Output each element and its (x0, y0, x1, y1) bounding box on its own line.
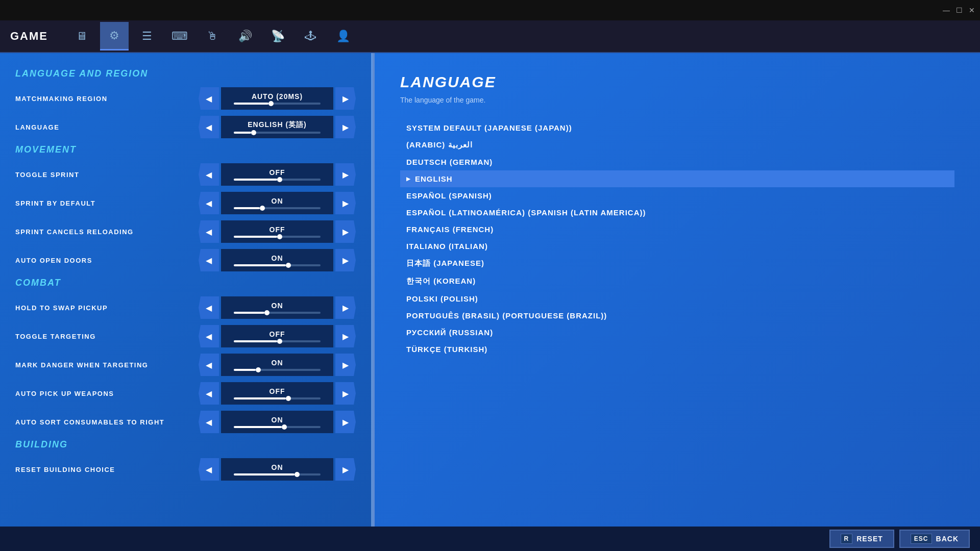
value-text-toggle-targeting: OFF (270, 330, 285, 338)
page-title: GAME (10, 30, 48, 43)
value-box-auto-pick-up-weapons: OFF (221, 382, 333, 405)
lang-item-english[interactable]: ENGLISH (400, 170, 954, 187)
lang-item-espanol[interactable]: ESPAÑOL (SPANISH) (400, 187, 954, 204)
value-text-auto-open-doors: ON (272, 254, 283, 262)
value-text-toggle-sprint: OFF (270, 168, 285, 177)
arrow-left-language[interactable]: ◀ (199, 116, 219, 138)
setting-control-auto-sort-consumables: ◀ON▶ (199, 411, 356, 433)
nav-menu[interactable]: ☰ (133, 22, 161, 51)
setting-control-mark-danger-when-targeting: ◀ON▶ (199, 354, 356, 376)
value-box-auto-open-doors: ON (221, 249, 333, 271)
arrow-left-toggle-targeting[interactable]: ◀ (199, 325, 219, 347)
arrow-right-reset-building-choice[interactable]: ▶ (335, 458, 356, 481)
arrow-left-sprint-cancels-reloading[interactable]: ◀ (199, 220, 219, 243)
setting-row-toggle-sprint: TOGGLE SPRINT◀OFF▶ (15, 162, 356, 187)
setting-control-language: ◀ENGLISH (英語)▶ (199, 116, 356, 138)
value-box-reset-building-choice: ON (221, 458, 333, 481)
value-box-auto-sort-consumables: ON (221, 411, 333, 433)
value-box-matchmaking-region: AUTO (20MS) (221, 87, 333, 110)
slider-auto-pick-up-weapons (234, 397, 321, 399)
language-panel-title: LANGUAGE (400, 73, 954, 91)
arrow-right-auto-pick-up-weapons[interactable]: ▶ (335, 382, 356, 405)
arrow-right-sprint-cancels-reloading[interactable]: ▶ (335, 220, 356, 243)
setting-row-hold-to-swap-pickup: HOLD TO SWAP PICKUP◀ON▶ (15, 295, 356, 320)
nav-profile[interactable]: 👤 (329, 22, 357, 51)
arrow-left-hold-to-swap-pickup[interactable]: ◀ (199, 296, 219, 319)
arrow-left-sprint-by-default[interactable]: ◀ (199, 192, 219, 214)
nav-gear[interactable]: ⚙ (100, 22, 129, 51)
lang-item-polski[interactable]: POLSKI (POLISH) (400, 290, 954, 307)
setting-label-sprint-cancels-reloading: SPRINT CANCELS RELOADING (15, 228, 199, 236)
reset-button[interactable]: R RESET (829, 530, 894, 548)
setting-row-sprint-by-default: SPRINT BY DEFAULT◀ON▶ (15, 191, 356, 215)
nav-network[interactable]: 📡 (263, 22, 292, 51)
setting-label-reset-building-choice: RESET BUILDING CHOICE (15, 466, 199, 473)
nav-monitor[interactable]: 🖥 (67, 22, 96, 51)
value-box-mark-danger-when-targeting: ON (221, 354, 333, 376)
value-text-matchmaking-region: AUTO (20MS) (252, 92, 303, 101)
value-box-toggle-sprint: OFF (221, 163, 333, 186)
value-box-sprint-by-default: ON (221, 192, 333, 214)
lang-item-francais[interactable]: FRANÇAIS (FRENCH) (400, 221, 954, 238)
lang-item-espanol-latam[interactable]: ESPAÑOL (LATINOAMÉRICA) (SPANISH (LATIN … (400, 204, 954, 221)
lang-item-turkish[interactable]: TÜRKÇE (TURKISH) (400, 341, 954, 358)
lang-item-deutsch[interactable]: DEUTSCH (GERMAN) (400, 154, 954, 170)
close-button[interactable]: ✕ (969, 6, 975, 14)
lang-item-korean[interactable]: 한국어 (KOREAN) (400, 272, 954, 290)
lang-item-portugues[interactable]: PORTUGUÊS (BRASIL) (PORTUGUESE (BRAZIL)) (400, 307, 954, 324)
arrow-left-auto-open-doors[interactable]: ◀ (199, 249, 219, 271)
slider-language (234, 132, 321, 134)
section-title-movement: MOVEMENT (15, 144, 356, 155)
nav-mouse[interactable]: 🖱 (198, 22, 227, 51)
arrow-left-mark-danger-when-targeting[interactable]: ◀ (199, 354, 219, 376)
arrow-right-auto-sort-consumables[interactable]: ▶ (335, 411, 356, 433)
setting-control-auto-open-doors: ◀ON▶ (199, 249, 356, 271)
lang-item-russian[interactable]: РУССКИЙ (RUSSIAN) (400, 324, 954, 341)
arrow-right-auto-open-doors[interactable]: ▶ (335, 249, 356, 271)
value-box-language: ENGLISH (英語) (221, 116, 333, 138)
maximize-button[interactable]: ☐ (956, 6, 963, 14)
setting-control-sprint-by-default: ◀ON▶ (199, 192, 356, 214)
value-text-mark-danger-when-targeting: ON (272, 359, 283, 367)
setting-label-toggle-sprint: TOGGLE SPRINT (15, 171, 199, 179)
setting-label-auto-pick-up-weapons: AUTO PICK UP WEAPONS (15, 390, 199, 397)
setting-row-toggle-targeting: TOGGLE TARGETING◀OFF▶ (15, 324, 356, 348)
arrow-right-sprint-by-default[interactable]: ▶ (335, 192, 356, 214)
setting-row-matchmaking-region: MATCHMAKING REGION◀AUTO (20MS)▶ (15, 86, 356, 111)
arrow-right-mark-danger-when-targeting[interactable]: ▶ (335, 354, 356, 376)
slider-reset-building-choice (234, 473, 321, 475)
arrow-left-auto-pick-up-weapons[interactable]: ◀ (199, 382, 219, 405)
value-box-hold-to-swap-pickup: ON (221, 296, 333, 319)
arrow-right-language[interactable]: ▶ (335, 116, 356, 138)
lang-item-arabic[interactable]: (ARABIC) العربية (400, 136, 954, 154)
lang-item-japanese[interactable]: 日本語 (JAPANESE) (400, 255, 954, 272)
arrow-left-reset-building-choice[interactable]: ◀ (199, 458, 219, 481)
minimize-button[interactable]: — (943, 6, 950, 14)
nav-audio[interactable]: 🔊 (231, 22, 259, 51)
right-panel: LANGUAGE The language of the game. SYSTE… (375, 53, 980, 527)
slider-toggle-sprint (234, 179, 321, 181)
bottom-bar: R RESET ESC BACK (0, 527, 980, 551)
lang-item-italiano[interactable]: ITALIANO (ITALIAN) (400, 238, 954, 255)
left-panel: LANGUAGE AND REGIONMATCHMAKING REGION◀AU… (0, 53, 373, 527)
setting-control-reset-building-choice: ◀ON▶ (199, 458, 356, 481)
value-box-toggle-targeting: OFF (221, 325, 333, 347)
arrow-right-matchmaking-region[interactable]: ▶ (335, 87, 356, 110)
setting-label-matchmaking-region: MATCHMAKING REGION (15, 95, 199, 103)
arrow-left-toggle-sprint[interactable]: ◀ (199, 163, 219, 186)
arrow-right-toggle-sprint[interactable]: ▶ (335, 163, 356, 186)
section-title-building: BUILDING (15, 439, 356, 450)
setting-control-toggle-sprint: ◀OFF▶ (199, 163, 356, 186)
value-text-reset-building-choice: ON (272, 463, 283, 471)
arrow-left-matchmaking-region[interactable]: ◀ (199, 87, 219, 110)
lang-item-system-default[interactable]: SYSTEM DEFAULT (JAPANESE (JAPAN)) (400, 119, 954, 136)
setting-control-toggle-targeting: ◀OFF▶ (199, 325, 356, 347)
arrow-right-hold-to-swap-pickup[interactable]: ▶ (335, 296, 356, 319)
back-button[interactable]: ESC BACK (899, 530, 970, 548)
arrow-left-auto-sort-consumables[interactable]: ◀ (199, 411, 219, 433)
arrow-right-toggle-targeting[interactable]: ▶ (335, 325, 356, 347)
language-panel-desc: The language of the game. (400, 96, 954, 104)
setting-control-hold-to-swap-pickup: ◀ON▶ (199, 296, 356, 319)
nav-gamepad[interactable]: 🕹 (296, 22, 325, 51)
nav-keyboard[interactable]: ⌨ (165, 22, 194, 51)
